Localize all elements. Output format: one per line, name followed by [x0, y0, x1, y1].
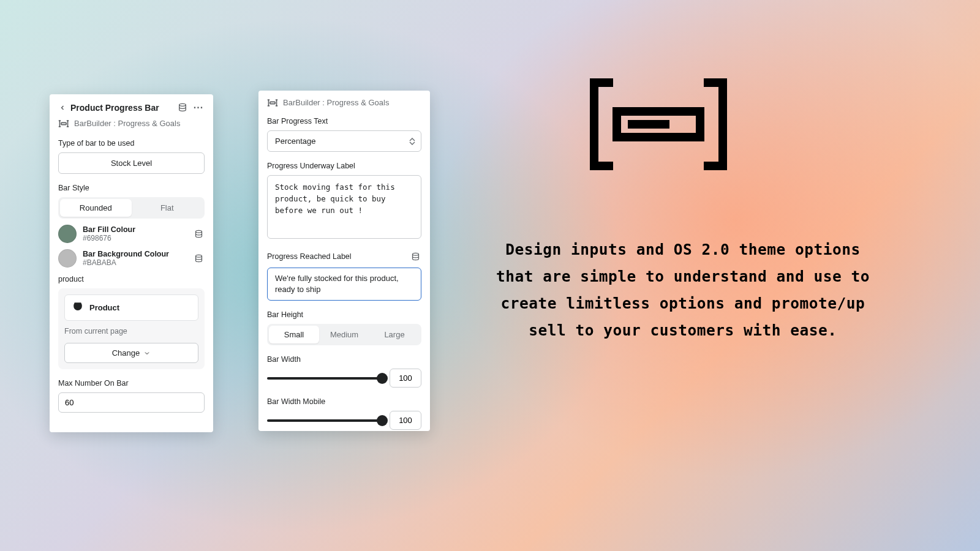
height-small[interactable]: Small	[269, 326, 319, 343]
bg-swatch[interactable]	[58, 249, 77, 268]
underway-textarea[interactable]	[267, 175, 421, 239]
fill-hex: #698676	[83, 234, 186, 242]
barbuilder-brand-logo	[590, 78, 727, 173]
height-label: Bar Height	[267, 310, 421, 319]
svg-point-2	[195, 230, 202, 233]
bg-name: Bar Background Colour	[83, 250, 186, 258]
height-medium[interactable]: Medium	[319, 326, 369, 343]
slider-knob[interactable]	[377, 415, 388, 426]
marketing-copy: Design inputs and OS 2.0 theme options t…	[484, 236, 882, 344]
fill-name: Bar Fill Colour	[83, 225, 186, 234]
slider-knob[interactable]	[377, 373, 388, 384]
panel-subtitle: BarBuilder : Progress & Goals	[283, 98, 389, 107]
panel-header: Product Progress Bar ···	[58, 102, 205, 114]
width-label: Bar Width	[267, 355, 421, 364]
width-mobile-label: Bar Width Mobile	[267, 397, 421, 406]
fill-colour-row[interactable]: Bar Fill Colour #698676	[58, 225, 205, 243]
change-label: Change	[112, 348, 140, 358]
svg-rect-8	[590, 162, 613, 170]
progress-text-value: Percentage	[267, 130, 421, 152]
barstyle-label: Bar Style	[58, 184, 205, 192]
svg-point-0	[179, 103, 186, 106]
barbuilder-logo-icon	[267, 99, 278, 107]
type-label: Type of bar to be used	[58, 139, 205, 148]
back-icon[interactable]	[58, 103, 67, 112]
svg-rect-13	[628, 120, 669, 129]
svg-rect-1	[61, 122, 66, 124]
progress-text-label: Bar Progress Text	[267, 117, 421, 126]
barstyle-segmented: Rounded Flat	[58, 197, 205, 219]
panel-title: Product Progress Bar	[70, 103, 173, 113]
type-select[interactable]: Stock Level	[58, 152, 205, 174]
more-icon[interactable]: ···	[192, 102, 205, 114]
chevron-down-icon	[143, 350, 151, 357]
fill-swatch[interactable]	[58, 225, 77, 243]
product-caption: From current page	[64, 327, 198, 335]
height-large[interactable]: Large	[369, 326, 420, 343]
panel-subtitle: BarBuilder : Progress & Goals	[74, 119, 180, 128]
barbuilder-logo-icon	[58, 119, 69, 128]
product-label: product	[58, 275, 205, 283]
database-icon[interactable]	[409, 250, 421, 263]
panel-subtitle-row: BarBuilder : Progress & Goals	[267, 98, 421, 107]
change-button[interactable]: Change	[64, 343, 198, 363]
product-card: Product From current page Change	[58, 288, 205, 369]
svg-rect-10	[718, 78, 727, 170]
panel-subtitle-row: BarBuilder : Progress & Goals	[58, 119, 205, 128]
width-value[interactable]	[390, 369, 421, 388]
width-mobile-value[interactable]	[390, 411, 421, 430]
product-name: Product	[89, 303, 119, 312]
svg-point-3	[195, 255, 202, 257]
database-icon[interactable]	[192, 228, 205, 240]
select-arrows-icon	[409, 138, 415, 145]
reached-label: Progress Reached Label	[267, 252, 352, 261]
max-label: Max Number On Bar	[58, 379, 205, 388]
progress-text-select[interactable]: Percentage	[267, 130, 421, 152]
product-picker[interactable]: Product	[64, 294, 198, 321]
underway-label: Progress Underway Label	[267, 162, 421, 170]
bg-colour-row[interactable]: Bar Background Colour #BABABA	[58, 249, 205, 268]
database-icon[interactable]	[176, 102, 189, 114]
width-mobile-slider[interactable]	[267, 419, 382, 422]
database-icon[interactable]	[192, 252, 205, 264]
bg-text: Bar Background Colour #BABABA	[83, 250, 186, 267]
svg-point-5	[412, 253, 418, 255]
width-slider[interactable]	[267, 377, 382, 380]
settings-panel-b: BarBuilder : Progress & Goals Bar Progre…	[258, 91, 430, 431]
settings-panel-a: Product Progress Bar ··· BarBuilder : Pr…	[50, 94, 213, 432]
max-input[interactable]	[58, 392, 205, 413]
svg-rect-4	[270, 102, 275, 103]
barstyle-rounded[interactable]: Rounded	[60, 199, 132, 217]
barstyle-flat[interactable]: Flat	[132, 199, 203, 217]
bg-hex: #BABABA	[83, 258, 186, 267]
svg-rect-11	[704, 162, 727, 170]
fill-text: Bar Fill Colour #698676	[83, 225, 186, 242]
height-segmented: Small Medium Large	[267, 324, 421, 345]
reached-input[interactable]: We're fully stocked for this product, re…	[267, 268, 421, 301]
svg-rect-7	[590, 78, 598, 170]
product-icon	[72, 301, 83, 314]
